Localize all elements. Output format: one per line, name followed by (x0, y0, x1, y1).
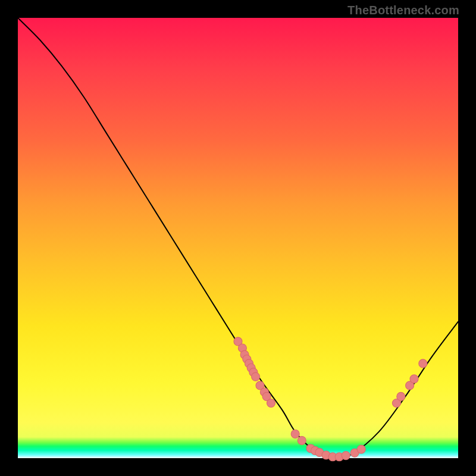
data-marker (419, 359, 427, 368)
marker-group (234, 337, 427, 461)
plot-area (18, 18, 458, 458)
data-marker (298, 436, 306, 444)
curve-svg (18, 18, 458, 458)
data-marker (291, 430, 299, 438)
bottleneck-curve (18, 18, 458, 458)
attribution-label: TheBottleneck.com (347, 4, 459, 17)
data-marker (357, 445, 365, 453)
data-marker (267, 399, 275, 407)
data-marker (252, 372, 260, 381)
data-marker (397, 392, 405, 400)
data-marker (410, 375, 418, 383)
chart-container: TheBottleneck.com (0, 0, 476, 476)
data-marker (342, 452, 350, 460)
